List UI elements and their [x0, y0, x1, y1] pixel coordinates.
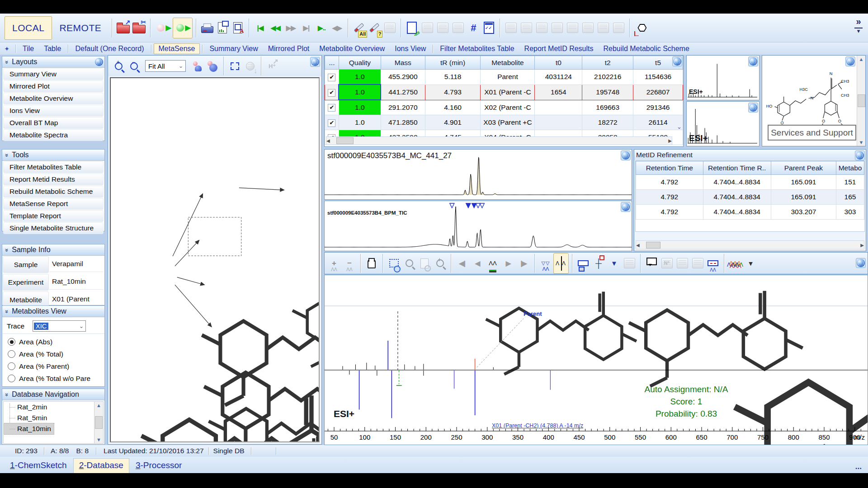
- table-cell[interactable]: 471.2850: [381, 115, 425, 130]
- open-local-database-icon[interactable]: ↗: [115, 18, 131, 38]
- scroll-right-icon[interactable]: ▶: [860, 243, 864, 248]
- marker-dropdown-icon[interactable]: ▼: [606, 253, 622, 274]
- chevron-down-icon[interactable]: ⌄: [179, 63, 185, 69]
- sample-info-header[interactable]: » Sample Info: [2, 244, 104, 256]
- col-header-metabo[interactable]: Metabo: [836, 161, 864, 175]
- menu-item-report-metid-results[interactable]: Report MetID Results: [520, 44, 598, 54]
- web-link-icon[interactable]: [856, 258, 866, 268]
- fit-all-select[interactable]: Fit All ⌄: [145, 60, 186, 72]
- table-cell[interactable]: 1.0: [339, 84, 381, 100]
- table-cell[interactable]: 4.901: [425, 115, 481, 130]
- table-cell[interactable]: 1654: [535, 84, 582, 100]
- collapse-icon[interactable]: »: [4, 153, 10, 156]
- layout-item-ions-view[interactable]: Ions View: [3, 105, 104, 117]
- table-cell[interactable]: 291346: [633, 100, 683, 115]
- radio-area-parent-[interactable]: Area (% Parent): [2, 360, 104, 372]
- nav-compare-icon[interactable]: ◀▶: [329, 18, 344, 38]
- col-header-retention-time[interactable]: Retention Time: [636, 161, 703, 175]
- scheme-canvas[interactable]: [110, 77, 320, 442]
- table-cell[interactable]: 1154636: [633, 70, 683, 85]
- db-node-rat_2min[interactable]: Rat_2min: [4, 402, 50, 413]
- scroll-thumb[interactable]: [336, 137, 354, 144]
- report-preview-icon[interactable]: [215, 18, 230, 38]
- remote-button[interactable]: REMOTE: [52, 17, 108, 39]
- table-cell[interactable]: 1.0: [339, 115, 381, 130]
- scroll-thumb[interactable]: [646, 242, 660, 249]
- collapse-icon[interactable]: »: [4, 248, 10, 251]
- table-cell[interactable]: 151: [836, 175, 864, 190]
- radio-area-total-w-o-pare[interactable]: Area (% Total w/o Pare: [2, 372, 104, 385]
- db-node-rat_5min[interactable]: Rat_5min: [4, 413, 50, 423]
- metid-hscrollbar[interactable]: ◀ ▶: [636, 240, 864, 249]
- trace-select[interactable]: XIC ⌄: [33, 320, 86, 332]
- col-header-mass[interactable]: Mass: [381, 56, 425, 70]
- peaks-dropdown-icon[interactable]: ▾: [743, 253, 758, 274]
- menu-item-rebuild-metabolic-scheme[interactable]: Rebuild Metabolic Scheme: [599, 44, 694, 54]
- assign-query-icon[interactable]: ?: [367, 18, 382, 38]
- show-markers-icon[interactable]: ▽▽: [538, 253, 553, 274]
- col-header-metabolite[interactable]: Metabolite: [481, 56, 535, 70]
- multi-peaks-icon[interactable]: ΛΛΛ: [727, 253, 743, 274]
- row-checkbox[interactable]: ✔: [328, 119, 335, 127]
- print-icon[interactable]: [199, 18, 215, 38]
- layout-item-summary-view[interactable]: Summary View: [3, 68, 104, 80]
- report-template-icon[interactable]: [519, 18, 534, 38]
- menu-lead-icon[interactable]: ✦: [0, 45, 14, 52]
- scroll-up-icon[interactable]: ▲: [96, 402, 101, 409]
- xic-chromatogram-panel[interactable]: stf000009E4035573B4_MC_441_27: [324, 149, 632, 200]
- web-link-icon[interactable]: [845, 56, 855, 66]
- balls-large-icon[interactable]: [205, 56, 220, 76]
- table-row[interactable]: 4.7924.7404..4.8834303.207303: [636, 205, 864, 220]
- collapse-icon[interactable]: »: [4, 60, 10, 63]
- prev-peak-fast-icon[interactable]: ◀|: [454, 253, 470, 274]
- web-link-icon[interactable]: [310, 57, 320, 67]
- table-cell[interactable]: 4.792: [636, 205, 703, 220]
- tools-header[interactable]: » Tools: [2, 150, 104, 161]
- table-row[interactable]: ✔1.0455.29005.118Parent40311242102216115…: [325, 70, 683, 85]
- web-link-icon[interactable]: [95, 58, 103, 66]
- radio-area-abs-[interactable]: Area (Abs): [2, 336, 104, 348]
- tree-scrollbar[interactable]: ▲ ▼: [94, 402, 103, 443]
- sample-vial-icon[interactable]: [450, 18, 466, 38]
- peak-numbering-icon[interactable]: #: [466, 18, 481, 38]
- process-remote-icon[interactable]: ▶: [173, 18, 193, 38]
- peak-pick-icon[interactable]: ΛΛ: [485, 253, 500, 274]
- processing-checklist-icon[interactable]: [481, 18, 496, 38]
- export-table-icon[interactable]: [595, 18, 611, 38]
- table-cell[interactable]: X03 (Parent +C: [481, 115, 535, 130]
- table-cell[interactable]: 4.7404..4.8834: [703, 190, 771, 205]
- chevron-down-icon[interactable]: ▾: [854, 28, 863, 34]
- structure-scrollbar[interactable]: ▲ ▼: [857, 56, 865, 146]
- menu-item-metasense[interactable]: MetaSense: [154, 43, 200, 54]
- split-view-icon[interactable]: [576, 253, 591, 274]
- crosshair-icon[interactable]: ┼: [591, 253, 606, 274]
- db-node-rat_10min[interactable]: Rat_10min: [4, 423, 54, 434]
- nav-fast-forward-icon[interactable]: ▶▶: [283, 18, 298, 38]
- tool-item-filter-metabolites-table[interactable]: Filter Metabolites Table: [3, 161, 104, 173]
- col-header-quality[interactable]: Quality: [339, 56, 381, 70]
- col-header-t0[interactable]: t0: [535, 56, 582, 70]
- table-row[interactable]: ✔1.0441.27504.793X01 (Parent -C165419574…: [325, 84, 683, 100]
- scroll-down-icon[interactable]: ⌄: [677, 123, 682, 130]
- layout-item-overall-bt-map[interactable]: Overall BT Map: [3, 117, 104, 129]
- table-cell[interactable]: X01 (Parent -C: [481, 84, 535, 100]
- tab-1-chemsketch[interactable]: 1-ChemSketch: [5, 459, 72, 473]
- annotate-icon[interactable]: [622, 253, 637, 274]
- balls-small-icon[interactable]: [189, 56, 205, 76]
- scroll-left-icon[interactable]: ◀: [636, 243, 640, 248]
- table-cell[interactable]: X02 (Parent -C: [481, 100, 535, 115]
- zoom-out-icon[interactable]: −: [126, 56, 142, 76]
- table-cell[interactable]: 226807: [633, 84, 683, 100]
- copy-record-icon[interactable]: [435, 18, 450, 38]
- protonate-icon[interactable]: H⁺: [264, 56, 280, 76]
- ladder-icon[interactable]: [690, 253, 705, 274]
- layout-item-metabolite-overview[interactable]: Metabolite Overview: [3, 93, 104, 104]
- layout-item-metabolite-spectra[interactable]: Metabolite Spectra: [3, 129, 104, 141]
- tab-3-processor[interactable]: 3-Processor: [130, 459, 187, 473]
- assign-all-icon[interactable]: All: [351, 18, 367, 38]
- structure-search-icon[interactable]: [633, 18, 648, 38]
- tile-grid-icon[interactable]: [611, 18, 626, 38]
- metid-table[interactable]: Retention TimeRetention Time R..Parent P…: [636, 161, 864, 220]
- table-cell[interactable]: 303: [836, 205, 864, 220]
- open-remote-database-icon[interactable]: ✂: [131, 18, 147, 38]
